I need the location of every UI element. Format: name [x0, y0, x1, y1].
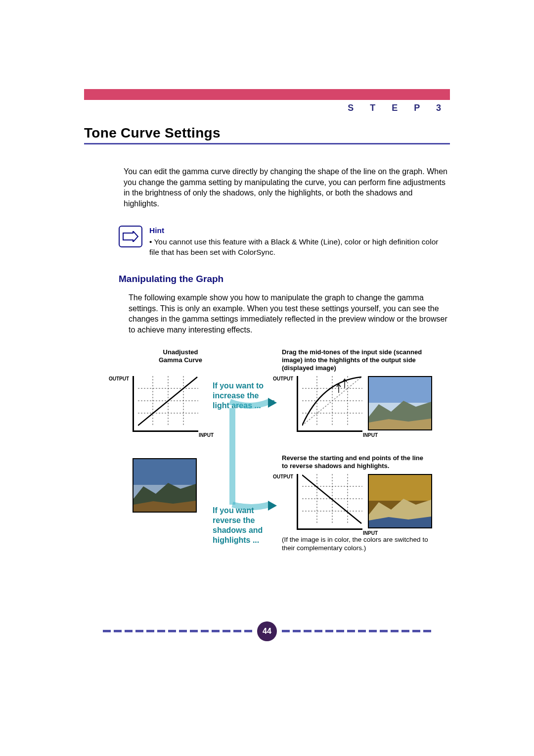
- output-axis-label-2: OUTPUT: [273, 376, 293, 381]
- unadjusted-label: Unadjusted Gamma Curve: [143, 348, 218, 365]
- thumb-inverted: [368, 474, 432, 528]
- page-title: Tone Curve Settings: [84, 125, 450, 141]
- thumb-brighter: [368, 376, 432, 430]
- graph-light-boost: [297, 376, 362, 432]
- reverse-points-note: Reverse the starting and end points of t…: [282, 454, 430, 471]
- svg-rect-6: [134, 459, 196, 485]
- drag-midtones-note: Drag the mid-tones of the input side (sc…: [282, 348, 430, 373]
- graph-unadjusted: [133, 376, 198, 432]
- diagram-area: Unadjusted Gamma Curve OUTPUT INPUT: [114, 359, 430, 587]
- thumb-original: [133, 458, 197, 513]
- color-note: (If the image is in color, the colors ar…: [282, 535, 430, 553]
- input-axis-label-1: INPUT: [199, 432, 214, 438]
- svg-marker-10: [268, 398, 277, 408]
- step-label: S T E P 3: [84, 103, 450, 113]
- intro-paragraph: You can edit the gamma curve directly by…: [124, 166, 450, 209]
- flow-connector: [227, 381, 277, 524]
- svg-marker-11: [268, 501, 277, 511]
- reverse-shadows-label: If you want reverse the shadows and high…: [213, 506, 263, 545]
- graph-inverted: [297, 474, 362, 530]
- output-axis-label-1: OUTPUT: [109, 376, 129, 381]
- output-axis-label-3: OUTPUT: [273, 474, 293, 479]
- subheading: Manipulating the Graph: [119, 274, 450, 284]
- top-red-bar: [84, 89, 450, 100]
- svg-rect-30: [369, 475, 431, 501]
- subheading-body: The following example show you how to ma…: [129, 292, 450, 335]
- footer-dashes-left: [103, 630, 252, 632]
- page-number-badge: 44: [257, 621, 277, 641]
- footer-dashes-right: [282, 630, 431, 632]
- hint-icon: [119, 226, 142, 247]
- hint-text: • You cannot use this feature with a Bla…: [149, 237, 450, 258]
- input-axis-label-2: INPUT: [363, 432, 378, 438]
- svg-rect-20: [369, 377, 431, 403]
- hint-block: Hint • You cannot use this feature with …: [119, 226, 450, 258]
- title-underline: [84, 143, 450, 144]
- page-footer: 44: [84, 621, 450, 641]
- hint-heading: Hint: [149, 226, 450, 236]
- document-page: S T E P 3 Tone Curve Settings You can ed…: [0, 0, 534, 681]
